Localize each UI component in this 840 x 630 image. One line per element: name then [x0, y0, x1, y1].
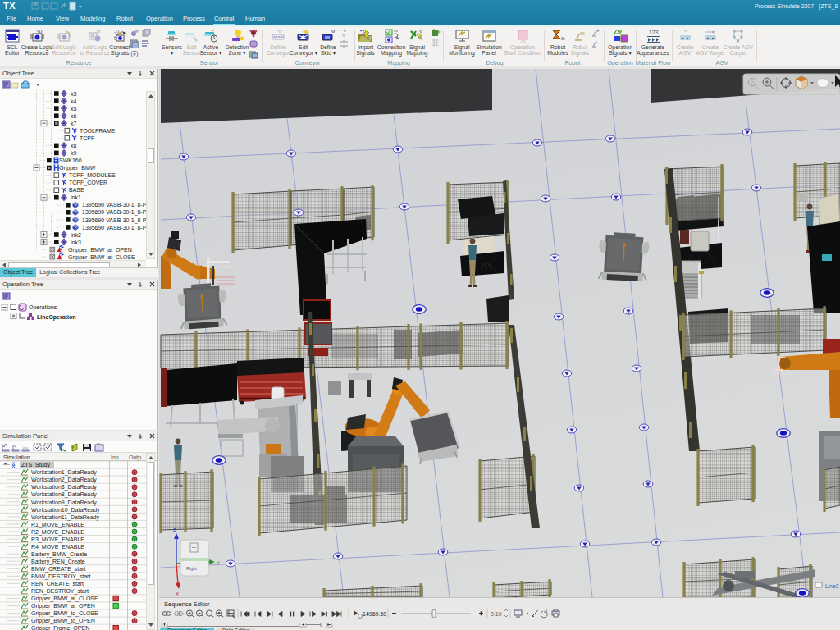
svg-text:Gripper_BMW_at_CLOSE: Gripper_BMW_at_CLOSE	[31, 596, 98, 602]
svg-text:[m]: [m]	[520, 39, 525, 43]
svg-text:LineC: LineC	[825, 583, 839, 589]
svg-text:Workstation1_DataReady: Workstation1_DataReady	[31, 469, 97, 476]
svg-text:Gripper_BMW_at_CLOSE: Gripper_BMW_at_CLOSE	[68, 254, 135, 260]
svg-text:lnk3: lnk3	[71, 240, 81, 245]
svg-text:LineOperation: LineOperation	[37, 314, 75, 321]
svg-text:TCPF: TCPF	[80, 135, 94, 141]
svg-text:TCPF_COVER: TCPF_COVER	[69, 180, 107, 186]
svg-text:Gripper_BMW_to_CLOSE: Gripper_BMW_to_CLOSE	[31, 610, 98, 617]
svg-text:123: 123	[648, 30, 658, 35]
svg-text:k9: k9	[71, 150, 77, 156]
svg-text:Z: Z	[173, 527, 176, 532]
svg-text:R1_MOVE_ENABLE: R1_MOVE_ENABLE	[31, 522, 84, 528]
svg-text:k4: k4	[71, 98, 77, 104]
svg-text:Battery_BMW_Create: Battery_BMW_Create	[31, 551, 87, 558]
svg-text:k5: k5	[71, 106, 77, 112]
svg-text:REN_CREATE_start: REN_CREATE_start	[31, 581, 84, 587]
svg-text:fx: fx	[561, 36, 566, 41]
svg-text:k3: k3	[71, 91, 77, 97]
svg-text:Operations: Operations	[29, 304, 57, 311]
svg-text:Battery_REN_Create: Battery_REN_Create	[31, 559, 85, 565]
svg-text:Workstation8_DataReady: Workstation8_DataReady	[31, 491, 97, 498]
svg-text:X: X	[176, 591, 179, 596]
svg-text:Gripper_BMW_to_OPEN: Gripper_BMW_to_OPEN	[31, 618, 95, 624]
svg-text:Gripper_BMW_at_OPEN: Gripper_BMW_at_OPEN	[31, 603, 95, 609]
svg-text:Workstation3_DataReady: Workstation3_DataReady	[31, 484, 97, 491]
svg-text:0.10: 0.10	[491, 611, 502, 617]
svg-text:TCPF_MODULES: TCPF_MODULES	[69, 172, 116, 179]
svg-text:k8: k8	[71, 143, 77, 148]
svg-text:14969.50: 14969.50	[363, 611, 386, 617]
svg-text:Gripper_BMW_at_OPEN: Gripper_BMW_at_OPEN	[68, 247, 132, 253]
svg-text:BASE: BASE	[69, 187, 84, 193]
svg-text:k6: k6	[71, 113, 77, 119]
svg-text:k7: k7	[71, 121, 77, 126]
svg-text:Workstation10_DataReady: Workstation10_DataReady	[31, 507, 100, 514]
svg-text:Right: Right	[186, 566, 197, 571]
svg-text:lnk1: lnk1	[71, 194, 81, 200]
svg-text:TOOLFRAME: TOOLFRAME	[80, 128, 116, 134]
svg-text:Workstation9_DataReady: Workstation9_DataReady	[31, 500, 97, 506]
svg-text:1395690 VASB-30-1_8-PUR-: 1395690 VASB-30-1_8-PUR-	[82, 202, 146, 208]
svg-text:Gripper_Frame_OPEN: Gripper_Frame_OPEN	[31, 625, 89, 630]
svg-text:Y: Y	[217, 560, 220, 565]
svg-text:BMW_DESTROY_start: BMW_DESTROY_start	[31, 573, 90, 580]
svg-text:R4_MOVE_ENABLE: R4_MOVE_ENABLE	[31, 544, 84, 550]
svg-text:R3_MOVE_ENABLE: R3_MOVE_ENABLE	[31, 536, 84, 543]
svg-text:BMW_CREATE_start: BMW_CREATE_start	[31, 566, 85, 573]
svg-text:REN_DESTROY_start: REN_DESTROY_start	[31, 588, 89, 595]
svg-text:lnk2: lnk2	[71, 232, 81, 238]
svg-text:1395690 VASB-30-1_8-PUR-: 1395690 VASB-30-1_8-PUR-	[82, 225, 146, 231]
svg-text:Workstation11_DataReady: Workstation11_DataReady	[31, 514, 100, 521]
svg-text:R2_MOVE_ENABLE: R2_MOVE_ENABLE	[31, 529, 84, 536]
svg-text:SWK160: SWK160	[59, 158, 82, 163]
svg-text:Gripper_BMW: Gripper_BMW	[59, 165, 96, 171]
svg-text:1395690 VASB-30-1_8-PUR-: 1395690 VASB-30-1_8-PUR-	[82, 217, 146, 224]
svg-text:1395690 VASB-30-1_8-PUR-: 1395690 VASB-30-1_8-PUR-	[82, 209, 146, 216]
svg-text:ZTS_Study: ZTS_Study	[21, 462, 51, 468]
svg-text:Workstation2_DataReady: Workstation2_DataReady	[31, 477, 97, 483]
